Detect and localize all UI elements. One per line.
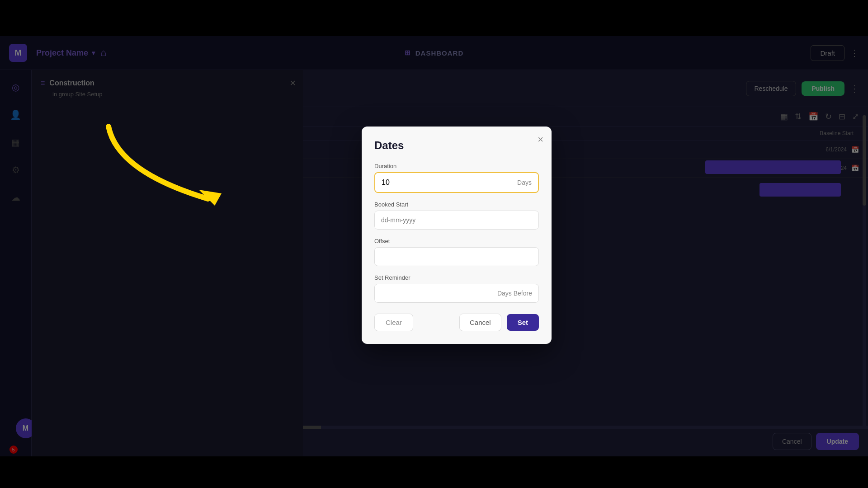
modal-backdrop: Dates × Duration Days Booked Start Offse… [0,36,868,456]
set-button[interactable]: Set [507,314,539,331]
booked-start-label: Booked Start [374,201,539,208]
duration-input-row: Days [374,172,539,193]
cancel-button[interactable]: Cancel [459,314,501,331]
bottom-bar [0,456,868,488]
modal-title: Dates [374,139,539,152]
duration-input[interactable] [375,173,511,192]
reminder-group: Set Reminder Days Before [374,274,539,303]
reminder-input-row: Days Before [374,284,539,303]
reminder-label: Set Reminder [374,274,539,281]
reminder-suffix: Days Before [491,284,538,302]
booked-start-group: Booked Start [374,201,539,230]
clear-button[interactable]: Clear [374,314,413,331]
duration-group: Duration Days [374,163,539,193]
modal-close-button[interactable]: × [538,134,543,145]
offset-input[interactable] [374,247,539,266]
dates-modal: Dates × Duration Days Booked Start Offse… [362,127,552,344]
duration-label: Duration [374,163,539,169]
top-bar [0,0,868,36]
offset-label: Offset [374,238,539,244]
modal-footer: Clear Cancel Set [374,314,539,331]
reminder-input[interactable] [375,284,491,302]
booked-start-input[interactable] [374,211,539,230]
offset-group: Offset [374,238,539,266]
duration-suffix: Days [511,174,538,192]
